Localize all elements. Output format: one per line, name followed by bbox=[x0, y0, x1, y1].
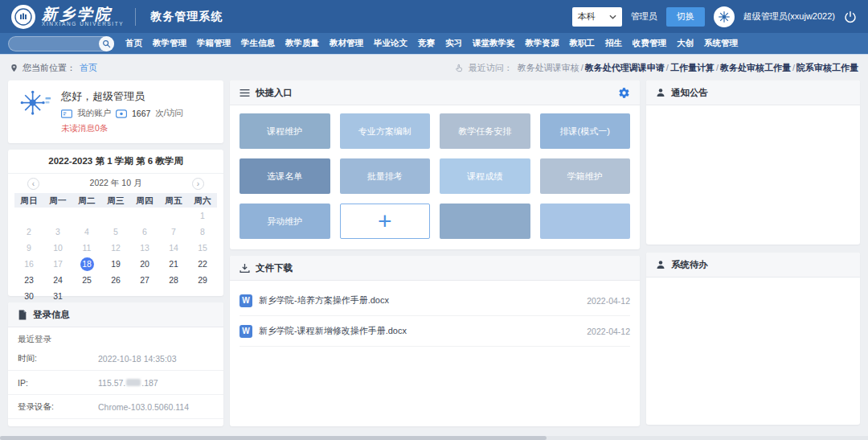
quick-entry-tile-7[interactable]: 学籍维护 bbox=[540, 158, 631, 194]
user-avatar[interactable] bbox=[714, 6, 735, 27]
calendar-day[interactable]: 31 bbox=[43, 288, 72, 304]
separator: / bbox=[792, 63, 795, 72]
top-header-wrap: Instructional Management System 新乡学院 XIN… bbox=[0, 0, 868, 55]
file-name[interactable]: 新乡学院-课程新增修改操作手册.docx bbox=[259, 325, 407, 337]
calendar-day[interactable]: 30 bbox=[14, 288, 43, 304]
calendar-day[interactable]: 14 bbox=[159, 240, 188, 256]
weekday-label: 周三 bbox=[101, 193, 130, 208]
visit-unit: 次/访问 bbox=[155, 108, 182, 119]
switch-button[interactable]: 切换 bbox=[666, 7, 705, 27]
nav-item-0[interactable]: 首页 bbox=[125, 38, 142, 49]
horizontal-scrollbar[interactable] bbox=[0, 436, 868, 440]
nav-item-14[interactable]: 大创 bbox=[677, 38, 694, 49]
university-logo-icon bbox=[11, 5, 35, 29]
quick-entry-tile-8[interactable]: 异动维护 bbox=[240, 204, 330, 239]
nav-item-8[interactable]: 实习 bbox=[445, 38, 462, 49]
calendar-empty-cell bbox=[159, 288, 188, 304]
logout-power-icon[interactable] bbox=[844, 10, 857, 23]
account-label[interactable]: 我的账户 bbox=[77, 108, 111, 119]
quick-entry-tile-2[interactable]: 教学任务安排 bbox=[440, 113, 530, 149]
quick-entry-add-tile[interactable]: + bbox=[340, 204, 431, 239]
calendar-day[interactable]: 3 bbox=[43, 224, 72, 240]
nav-item-2[interactable]: 学籍管理 bbox=[197, 38, 231, 49]
nav-item-7[interactable]: 竞赛 bbox=[418, 38, 435, 49]
nav-item-15[interactable]: 系统管理 bbox=[704, 38, 738, 49]
quick-entry-tile-6[interactable]: 课程成绩 bbox=[440, 158, 530, 194]
calendar-day[interactable]: 2 bbox=[14, 224, 43, 240]
calendar-day[interactable]: 20 bbox=[130, 256, 159, 272]
recent-link-3[interactable]: 教务处审核工作量 bbox=[720, 63, 791, 72]
gear-icon[interactable] bbox=[618, 87, 630, 99]
calendar-day[interactable]: 13 bbox=[130, 240, 159, 256]
calendar-day[interactable]: 23 bbox=[14, 272, 43, 288]
calendar-day[interactable]: 10 bbox=[43, 240, 72, 256]
calendar-day[interactable]: 4 bbox=[72, 224, 101, 240]
prev-month-button[interactable]: ‹ bbox=[27, 178, 39, 190]
nav-menu: 首页教学管理学籍管理学生信息教学质量教材管理毕业论文竞赛实习课堂教学奖教学资源教… bbox=[125, 38, 738, 49]
nav-item-4[interactable]: 教学质量 bbox=[285, 38, 319, 49]
calendar-day[interactable]: 6 bbox=[130, 224, 159, 240]
quick-entry-tile-3[interactable]: 排课(模式一) bbox=[540, 113, 631, 149]
calendar-day[interactable]: 24 bbox=[43, 272, 72, 288]
calendar-day[interactable]: 19 bbox=[101, 256, 130, 272]
calendar-day[interactable]: 12 bbox=[101, 240, 130, 256]
file-list: W新乡学院-培养方案操作手册.docx2022-04-12W新乡学院-课程新增修… bbox=[230, 286, 640, 347]
calendar-day[interactable]: 29 bbox=[188, 272, 217, 288]
recent-link-4[interactable]: 院系审核工作量 bbox=[796, 63, 858, 72]
quick-entry-tile-11[interactable] bbox=[540, 204, 631, 239]
nav-item-13[interactable]: 收费管理 bbox=[633, 38, 666, 49]
notices-header: 通知公告 bbox=[646, 80, 860, 105]
calendar-day[interactable]: 5 bbox=[101, 224, 130, 240]
calendar-week-row: 23242526272829 bbox=[8, 272, 223, 288]
calendar-day[interactable]: 27 bbox=[130, 272, 159, 288]
file-row-0[interactable]: W新乡学院-培养方案操作手册.docx2022-04-12 bbox=[240, 286, 630, 316]
user-stats: 我的账户 1667 次/访问 bbox=[61, 108, 183, 119]
unread-messages[interactable]: 未读消息0条 bbox=[61, 123, 183, 134]
nav-item-11[interactable]: 教职工 bbox=[570, 38, 596, 49]
calendar-day[interactable]: 28 bbox=[159, 272, 188, 288]
nav-item-9[interactable]: 课堂教学奖 bbox=[473, 38, 515, 49]
recent-link-1[interactable]: 教务处代理调课申请 bbox=[585, 63, 665, 72]
quick-entry-tile-10[interactable] bbox=[440, 204, 530, 239]
quick-entry-tile-0[interactable]: 课程维护 bbox=[240, 113, 330, 149]
calendar-day[interactable]: 25 bbox=[72, 272, 101, 288]
weekday-label: 周四 bbox=[130, 193, 159, 208]
weekday-header-row: 周日周一周二周三周四周五周六 bbox=[14, 193, 217, 208]
file-name[interactable]: 新乡学院-培养方案操作手册.docx bbox=[259, 294, 389, 306]
nav-item-12[interactable]: 招生 bbox=[605, 38, 622, 49]
calendar-day[interactable]: 16 bbox=[14, 256, 43, 272]
calendar-day[interactable]: 11 bbox=[72, 240, 101, 256]
calendar-day[interactable]: 26 bbox=[101, 272, 130, 288]
nav-item-6[interactable]: 毕业论文 bbox=[374, 38, 407, 49]
file-row-1[interactable]: W新乡学院-课程新增修改操作手册.docx2022-04-12 bbox=[240, 316, 630, 347]
calendar-day[interactable]: 21 bbox=[159, 256, 188, 272]
login-device-row: 登录设备: Chrome-103.0.5060.114 bbox=[8, 395, 223, 419]
chevron-down-icon bbox=[609, 14, 616, 19]
calendar-day[interactable]: 22 bbox=[188, 256, 217, 272]
recent-link-2[interactable]: 工作量计算 bbox=[670, 63, 714, 72]
quick-entry-tile-4[interactable]: 选课名单 bbox=[240, 158, 330, 194]
calendar-day[interactable]: 7 bbox=[159, 224, 188, 240]
weekday-label: 周六 bbox=[188, 193, 217, 208]
next-month-button[interactable]: › bbox=[192, 178, 204, 190]
calendar-empty-cell bbox=[130, 288, 159, 304]
search-icon[interactable] bbox=[99, 36, 114, 51]
quick-entry-tile-5[interactable]: 批量排考 bbox=[340, 158, 431, 194]
calendar-day[interactable]: 15 bbox=[188, 240, 217, 256]
nav-item-3[interactable]: 学生信息 bbox=[241, 38, 275, 49]
quick-entry-tile-1[interactable]: 专业方案编制 bbox=[340, 113, 431, 149]
nav-item-5[interactable]: 教材管理 bbox=[330, 38, 363, 49]
calendar-day[interactable]: 9 bbox=[14, 240, 43, 256]
role-label: 管理员 bbox=[631, 10, 657, 23]
calendar-day[interactable]: 8 bbox=[188, 224, 217, 240]
education-level-select[interactable]: 本科 bbox=[572, 7, 622, 27]
calendar-day[interactable]: 1 bbox=[188, 208, 217, 224]
search-input[interactable] bbox=[8, 36, 114, 51]
calendar-day[interactable]: 17 bbox=[43, 256, 72, 272]
breadcrumb-home-link[interactable]: 首页 bbox=[80, 62, 97, 74]
nav-item-10[interactable]: 教学资源 bbox=[526, 38, 559, 49]
recent-link-0[interactable]: 教务处调课审核 bbox=[518, 63, 579, 72]
scrollbar-thumb[interactable] bbox=[0, 436, 547, 440]
calendar-day[interactable]: 18 bbox=[72, 256, 101, 272]
nav-item-1[interactable]: 教学管理 bbox=[153, 38, 186, 49]
